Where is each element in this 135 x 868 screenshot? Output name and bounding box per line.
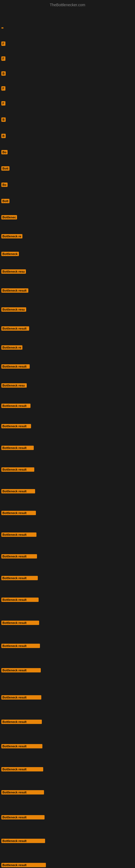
bar-row: Bottleneck result [1, 814, 45, 819]
bar-label: F [1, 86, 5, 91]
bar-row: Bottleneck result [1, 668, 41, 673]
bar-label: Bottleneck result [1, 532, 37, 537]
bar-row: Bottleneck result [1, 620, 39, 625]
bar-label: Bottleneck result [1, 720, 42, 724]
bar-row: Bottleneck result [1, 445, 34, 450]
bar-label: Bottleneck resu [1, 383, 27, 388]
bar-label: B [1, 71, 6, 76]
bar-label: F [1, 56, 5, 61]
bar-row: F [1, 56, 5, 61]
bar-row: Bottleneck result [1, 719, 42, 724]
bar-row: Bottleneck result [1, 288, 28, 293]
bar-label: Bottleneck result [1, 695, 41, 700]
bar-label: Bottleneck re [1, 345, 22, 350]
bar-row: Bottleneck result [1, 403, 31, 408]
site-title: TheBottlenecker.com [0, 0, 135, 8]
bar-row: B [1, 133, 6, 138]
bar-label [1, 27, 3, 29]
bar-row: Bottleneck result [1, 695, 41, 700]
bar-label: B [1, 134, 6, 138]
bar-row: Bottleneck result [1, 467, 34, 472]
bar-row: Bo [1, 182, 8, 187]
bar-label: Bottleneck result [1, 815, 45, 819]
bar-row: F [1, 86, 5, 91]
bar-row: Bottleneck result [1, 643, 40, 648]
bar-row: Bottleneck result [1, 575, 38, 580]
bar-label: Bottleneck result [1, 767, 43, 771]
bar-label: Bottleneck result [1, 364, 30, 369]
chart-area: FFBFFBBBoBottBoBottBottlenecBottleneck r… [0, 8, 135, 654]
bar-label: Bottleneck resu [1, 269, 26, 274]
bar-label: Bottleneck result [1, 863, 46, 867]
bar-label: Bottleneck result [1, 424, 31, 428]
bar-label: Bottleneck result [1, 467, 34, 472]
bar-label: Bottleneck resu [1, 307, 26, 312]
bar-row: B [1, 117, 6, 122]
bar-row: Bottleneck result [1, 364, 30, 369]
bar-row: Bottleneck resu [1, 383, 27, 388]
bar-row: Bottleneck result [1, 424, 31, 428]
bar-label: Bottleneck result [1, 597, 39, 602]
bar-row: Bottleneck result [1, 597, 39, 602]
bar-row: Bottleneck re [1, 345, 22, 350]
bar-label: Bo [1, 150, 8, 154]
bar-row: Bottleneck result [1, 326, 29, 331]
bar-row: Bottleneck result [1, 532, 37, 537]
bar-label: Bott [1, 199, 9, 203]
bar-row: Bottleneck resu [1, 269, 26, 274]
bar-label: Bottleneck re [1, 234, 22, 239]
bar-row: F [1, 101, 5, 105]
bar-row: Bottleneck result [1, 510, 36, 515]
bar-row: Bottleneck result [1, 789, 44, 795]
bar-label: Bottleneck result [1, 489, 35, 493]
bar-label: Bottleneck result [1, 511, 36, 515]
bar-label: Bottleneck result [1, 288, 28, 293]
bar-label: Bottleneck result [1, 668, 41, 673]
bar-label: Bottleneck result [1, 839, 45, 843]
bar-label: F [1, 101, 5, 105]
bar-label: Bottleneck result [1, 744, 42, 748]
bar-label: B [1, 118, 6, 122]
bar-row: Bottleneck result [1, 744, 42, 748]
bar-label: F [1, 41, 5, 46]
bar-row: F [1, 41, 5, 46]
bar-row: Bott [1, 198, 9, 203]
bar-row: Bo [1, 150, 8, 154]
bar-label: Bottleneck result [1, 576, 38, 580]
bar-label: Bottleneck result [1, 621, 39, 625]
bar-row [1, 25, 3, 30]
bar-label: Bottleneck result [1, 554, 37, 558]
bar-label: Bottleneck result [1, 404, 31, 408]
bar-row: B [1, 71, 6, 76]
bar-row: Bottleneck result [1, 862, 46, 867]
bar-label: Bott [1, 166, 9, 170]
bar-row: Bottleneck result [1, 767, 43, 771]
bar-label: Bottlenec [1, 215, 17, 219]
bar-row: Bottleneck result [1, 554, 37, 558]
bar-label: Bottleneck result [1, 644, 40, 648]
bar-row: Bottleneck result [1, 489, 35, 493]
bar-row: Bottleneck [1, 251, 19, 256]
bar-row: Bottleneck result [1, 838, 45, 843]
bar-row: Bottleneck re [1, 234, 22, 239]
bar-row: Bottleneck resu [1, 307, 26, 312]
bar-row: Bottlenec [1, 215, 17, 219]
bar-row: Bott [1, 166, 9, 170]
bar-label: Bo [1, 183, 8, 187]
bar-label: Bottleneck result [1, 326, 29, 331]
bar-label: Bottleneck result [1, 446, 34, 450]
bar-label: Bottleneck [1, 252, 19, 256]
bar-label: Bottleneck result [1, 790, 44, 795]
